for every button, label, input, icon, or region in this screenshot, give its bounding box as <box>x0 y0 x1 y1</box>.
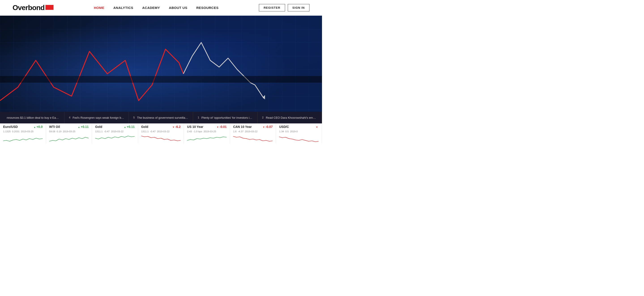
hero-banner <box>0 16 322 112</box>
market-name: Gold <box>95 125 102 129</box>
nav-resources[interactable]: RESOURCES <box>196 6 218 9</box>
news-text: Read CEO Dara Khosrowshahi's email to Ub… <box>266 116 317 119</box>
logo-text: Overbond <box>12 3 44 12</box>
mini-chart <box>279 134 319 142</box>
market-top: WTI Oil +0.11 <box>49 125 89 129</box>
market-item-wtioil[interactable]: WTI Oil +0.11 59.08 0.19 2019-03-25 <box>46 124 92 144</box>
market-details: 1.6 -4.37 2019-03-22 <box>233 130 273 133</box>
nav-home[interactable]: HOME <box>94 6 104 9</box>
news-item[interactable]: 5 The business of government surveillanc… <box>129 112 193 123</box>
market-change: -0.01 <box>216 125 227 129</box>
market-item-eurusd[interactable]: Euro/USD +0.0 1.1325 0.2031 2019-03-25 <box>0 124 46 144</box>
market-change <box>316 125 319 129</box>
news-item[interactable]: 1 Plenty of 'opportunities' for investor… <box>193 112 258 123</box>
market-details: 1.34 0.5 2019-0 <box>279 130 319 133</box>
mini-chart <box>141 134 181 142</box>
market-top: CAN 10 Year -0.07 <box>233 125 273 129</box>
news-text: Plenty of 'opportunities' for investors … <box>202 116 253 119</box>
market-item-usdc[interactable]: USD/C 1.34 0.5 2019-0 <box>276 124 322 144</box>
news-num: 2 <box>262 116 264 119</box>
news-num: 1 <box>198 116 199 119</box>
market-change: +0.11 <box>124 125 134 129</box>
arrow-up-icon <box>78 125 80 129</box>
news-item[interactable]: 2 Read CEO Dara Khosrowshahi's email to … <box>258 112 322 123</box>
market-ticker: Euro/USD +0.0 1.1325 0.2031 2019-03-25 W… <box>0 123 322 144</box>
mini-chart <box>233 134 273 142</box>
svg-marker-0 <box>263 95 265 99</box>
news-items: nnounces $3.1 billion deal to buy e East… <box>0 112 322 123</box>
market-item-gold-down[interactable]: Gold -6.2 1311.1 -0.47 2019-03-22 <box>138 124 184 144</box>
arrow-down-icon <box>216 125 219 129</box>
market-change: -0.07 <box>263 125 273 129</box>
market-name: US 10 Year <box>187 125 203 129</box>
arrow-down-icon <box>172 125 174 129</box>
market-top: Gold +0.11 <box>95 125 135 129</box>
news-num: 4 <box>69 116 70 119</box>
news-text: Fed's Rosengren says weak foreign bond y… <box>72 116 124 119</box>
nav-buttons: REGISTER SIGN IN <box>259 4 310 11</box>
market-top: Euro/USD +0.0 <box>3 125 43 129</box>
market-details: 1311.1 -0.47 2019-03-22 <box>141 130 181 133</box>
register-button[interactable]: REGISTER <box>259 4 285 11</box>
mini-chart <box>3 134 43 142</box>
market-name: Gold <box>141 125 148 129</box>
market-item-us10y[interactable]: US 10 Year -0.01 2.43 -1.0 bps 2019-03-2… <box>184 124 230 144</box>
market-top: Gold -6.2 <box>141 125 181 129</box>
market-name: USD/C <box>279 125 289 129</box>
market-top: USD/C <box>279 125 319 129</box>
nav-analytics[interactable]: ANALYTICS <box>114 6 133 9</box>
market-name: CAN 10 Year <box>233 125 252 129</box>
arrow-up-icon <box>34 125 36 129</box>
market-name: Euro/USD <box>3 125 18 129</box>
mini-chart <box>95 134 135 142</box>
nav-about-us[interactable]: ABOUT US <box>169 6 187 9</box>
market-details: 1.1325 0.2031 2019-03-25 <box>3 130 43 133</box>
arrow-down-icon <box>263 125 265 129</box>
market-change: -6.2 <box>172 125 180 129</box>
news-text: nnounces $3.1 billion deal to buy e East… <box>7 116 60 119</box>
market-item-gold-up[interactable]: Gold +0.11 1311.1 -0.47 2019-03-22 <box>92 124 138 144</box>
news-num: 5 <box>133 116 135 119</box>
arrow-up-icon <box>124 125 126 129</box>
news-item[interactable]: 4 Fed's Rosengren says weak foreign bond… <box>64 112 129 123</box>
hero-chart <box>0 16 322 112</box>
market-details: 1311.1 -0.47 2019-03-22 <box>95 130 135 133</box>
market-top: US 10 Year -0.01 <box>187 125 227 129</box>
news-ticker: nnounces $3.1 billion deal to buy e East… <box>0 112 322 123</box>
news-item[interactable]: nnounces $3.1 billion deal to buy e East… <box>0 112 64 123</box>
market-change: +0.0 <box>34 125 43 129</box>
header: Overbond HOME ANALYTICS ACADEMY ABOUT US… <box>0 0 322 16</box>
main-nav: HOME ANALYTICS ACADEMY ABOUT US RESOURCE… <box>94 6 218 9</box>
news-text: The business of government surveillance … <box>137 116 188 119</box>
mini-chart <box>187 134 227 142</box>
market-details: 2.43 -1.0 bps 2019-03-25 <box>187 130 227 133</box>
logo[interactable]: Overbond <box>12 3 54 12</box>
arrow-down-icon <box>316 125 318 129</box>
svg-rect-1 <box>0 76 322 83</box>
logo-rect <box>46 5 54 10</box>
market-details: 59.08 0.19 2019-03-25 <box>49 130 89 133</box>
signin-button[interactable]: SIGN IN <box>288 4 310 11</box>
market-change: +0.11 <box>78 125 88 129</box>
mini-chart <box>49 134 89 142</box>
market-item-can10y[interactable]: CAN 10 Year -0.07 1.6 -4.37 2019-03-22 <box>230 124 276 144</box>
market-name: WTI Oil <box>49 125 60 129</box>
nav-academy[interactable]: ACADEMY <box>142 6 160 9</box>
